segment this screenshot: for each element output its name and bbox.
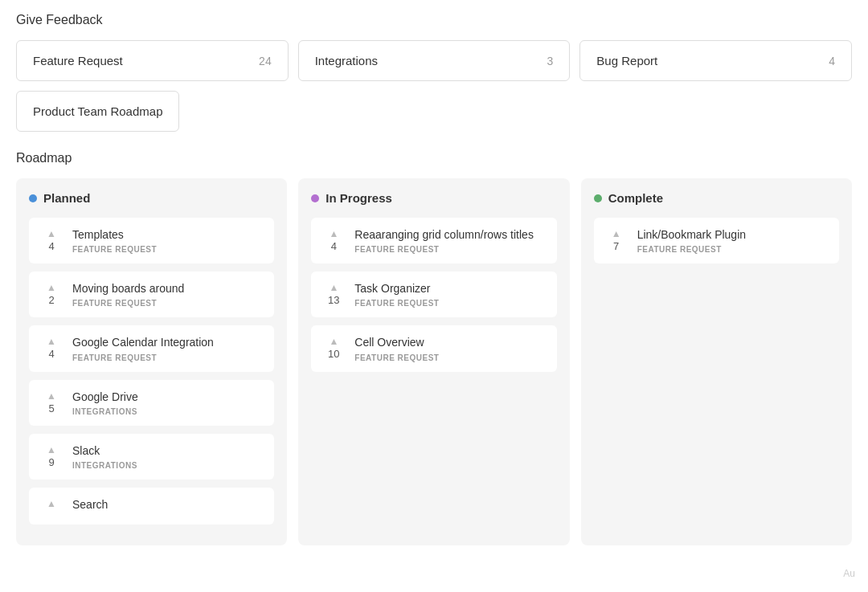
card-title: Reaaranging grid column/rows titles (354, 227, 545, 242)
vote-section[interactable]: ▲ 4 (322, 227, 345, 252)
column-planned-header: Planned (29, 191, 274, 205)
vote-count: 4 (48, 240, 54, 252)
complete-dot (594, 194, 602, 202)
card-content: Task Organizer FEATURE REQUEST (354, 281, 545, 308)
card-content: Link/Bookmark Plugin FEATURE REQUEST (637, 227, 828, 254)
card-tag: FEATURE REQUEST (354, 299, 545, 308)
vote-count: 9 (48, 456, 54, 468)
vote-count: 13 (328, 294, 339, 306)
vote-section[interactable]: ▲ 13 (322, 281, 345, 306)
feature-request-label: Feature Request (33, 54, 123, 67)
feature-request-card[interactable]: Feature Request 24 (16, 40, 289, 81)
card-tag: FEATURE REQUEST (72, 299, 263, 308)
list-item[interactable]: ▲ 5 Google Drive INTEGRATIONS (29, 380, 274, 426)
list-item[interactable]: ▲ 4 Reaaranging grid column/rows titles … (311, 218, 556, 263)
card-title: Link/Bookmark Plugin (637, 227, 828, 242)
bug-report-card[interactable]: Bug Report 4 (579, 40, 852, 81)
planned-title: Planned (43, 191, 90, 205)
upvote-arrow: ▲ (329, 337, 338, 346)
vote-section[interactable]: ▲ 4 (40, 227, 63, 252)
vote-section[interactable]: ▲ 7 (605, 227, 628, 252)
upvote-arrow: ▲ (47, 391, 56, 401)
card-content: Search (72, 497, 263, 515)
upvote-arrow: ▲ (612, 229, 621, 239)
upvote-arrow: ▲ (47, 229, 56, 239)
roadmap-title: Roadmap (16, 151, 852, 165)
card-title: Task Organizer (354, 281, 545, 296)
vote-count: 4 (48, 348, 54, 360)
vote-count: 4 (331, 240, 337, 252)
card-title: Templates (72, 227, 263, 242)
card-content: Cell Overview FEATURE REQUEST (354, 335, 545, 361)
card-title: Moving boards around (72, 281, 263, 296)
column-in-progress: In Progress ▲ 4 Reaaranging grid column/… (298, 178, 569, 545)
list-item[interactable]: ▲ 4 Templates FEATURE REQUEST (29, 218, 274, 263)
card-title: Cell Overview (354, 335, 545, 349)
card-content: Moving boards around FEATURE REQUEST (72, 281, 263, 308)
vote-section[interactable]: ▲ (40, 497, 63, 510)
integrations-count: 3 (547, 55, 554, 67)
list-item[interactable]: ▲ 7 Link/Bookmark Plugin FEATURE REQUEST (594, 218, 839, 263)
card-tag: FEATURE REQUEST (72, 353, 263, 362)
roadmap-columns: Planned ▲ 4 Templates FEATURE REQUEST ▲ … (16, 178, 852, 545)
vote-count: 5 (48, 402, 54, 414)
vote-count: 10 (328, 348, 339, 360)
column-in-progress-header: In Progress (311, 191, 556, 205)
in-progress-title: In Progress (326, 191, 392, 205)
upvote-arrow: ▲ (329, 283, 338, 292)
upvote-arrow: ▲ (47, 499, 56, 508)
page-title: Give Feedback (16, 13, 852, 27)
list-item[interactable]: ▲ Search (29, 488, 274, 525)
vote-section[interactable]: ▲ 10 (322, 335, 345, 360)
card-title: Slack (72, 443, 263, 458)
integrations-label: Integrations (315, 54, 378, 67)
vote-section[interactable]: ▲ 9 (40, 443, 63, 468)
upvote-arrow: ▲ (47, 337, 56, 346)
card-title: Google Calendar Integration (72, 335, 263, 349)
card-content: Slack INTEGRATIONS (72, 443, 263, 470)
top-cards-row: Feature Request 24 Integrations 3 Bug Re… (16, 40, 852, 81)
card-content: Reaaranging grid column/rows titles FEAT… (354, 227, 545, 254)
vote-section[interactable]: ▲ 2 (40, 281, 63, 306)
vote-count: 2 (48, 294, 54, 306)
bug-report-count: 4 (829, 55, 835, 67)
complete-title: Complete (608, 191, 663, 205)
card-tag: FEATURE REQUEST (72, 245, 263, 254)
product-team-card[interactable]: Product Team Roadmap (16, 91, 179, 132)
column-complete: Complete ▲ 7 Link/Bookmark Plugin FEATUR… (581, 178, 852, 545)
upvote-arrow: ▲ (329, 229, 338, 239)
planned-dot (29, 194, 37, 202)
card-content: Google Drive INTEGRATIONS (72, 390, 263, 416)
vote-section[interactable]: ▲ 4 (40, 335, 63, 360)
bug-report-label: Bug Report (596, 54, 657, 67)
in-progress-dot (311, 194, 319, 202)
card-tag: FEATURE REQUEST (354, 245, 545, 254)
integrations-card[interactable]: Integrations 3 (298, 40, 571, 81)
card-content: Google Calendar Integration FEATURE REQU… (72, 335, 263, 361)
column-complete-header: Complete (594, 191, 839, 205)
card-content: Templates FEATURE REQUEST (72, 227, 263, 254)
card-tag: INTEGRATIONS (72, 407, 263, 416)
upvote-arrow: ▲ (47, 283, 56, 292)
feature-request-count: 24 (259, 55, 272, 67)
column-planned: Planned ▲ 4 Templates FEATURE REQUEST ▲ … (16, 178, 287, 545)
list-item[interactable]: ▲ 4 Google Calendar Integration FEATURE … (29, 325, 274, 371)
card-title: Search (72, 497, 263, 512)
card-tag: INTEGRATIONS (72, 461, 263, 470)
vote-count: 7 (613, 240, 619, 252)
upvote-arrow: ▲ (47, 445, 56, 455)
card-tag: FEATURE REQUEST (354, 353, 545, 362)
list-item[interactable]: ▲ 10 Cell Overview FEATURE REQUEST (311, 325, 556, 371)
card-title: Google Drive (72, 390, 263, 404)
card-tag: FEATURE REQUEST (637, 245, 828, 254)
list-item[interactable]: ▲ 9 Slack INTEGRATIONS (29, 434, 274, 480)
product-team-label: Product Team Roadmap (33, 104, 162, 118)
list-item[interactable]: ▲ 13 Task Organizer FEATURE REQUEST (311, 272, 556, 317)
vote-section[interactable]: ▲ 5 (40, 390, 63, 414)
list-item[interactable]: ▲ 2 Moving boards around FEATURE REQUEST (29, 272, 274, 317)
